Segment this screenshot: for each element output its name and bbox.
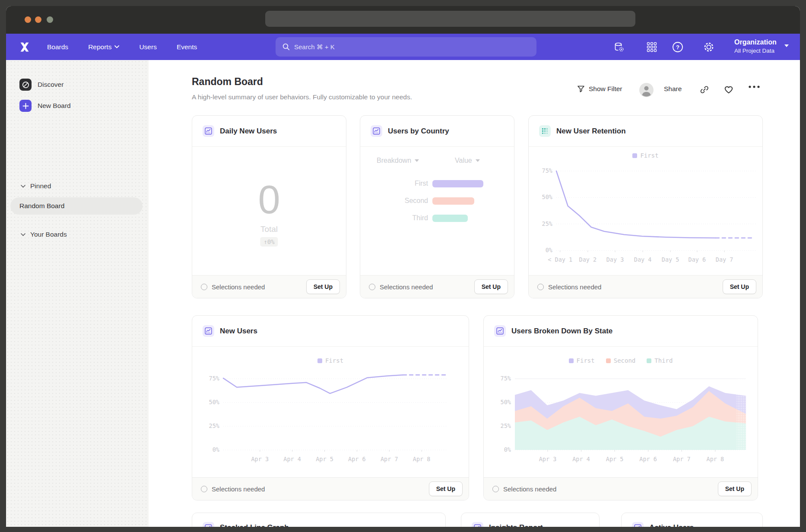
mixpanel-logo-icon[interactable] xyxy=(19,42,30,52)
page-title: Random Board xyxy=(192,76,263,88)
set-up-button[interactable]: Set Up xyxy=(474,279,508,294)
chart-icon xyxy=(472,522,483,527)
svg-text:Apr 5: Apr 5 xyxy=(606,456,624,462)
chart-legend: First xyxy=(192,357,469,364)
svg-text:25%: 25% xyxy=(209,422,219,429)
states-stacked-area-chart: 75%50%25%0%Apr 3Apr 4Apr 5Apr 6Apr 7Apr … xyxy=(494,367,753,470)
card-title: Users Broken Down By State xyxy=(511,327,612,336)
bar-label: Third xyxy=(371,214,428,222)
svg-text:Day 7: Day 7 xyxy=(716,256,733,263)
copy-link-button[interactable] xyxy=(700,85,709,94)
window-close-button[interactable] xyxy=(25,16,31,23)
top-navbar: Boards Reports Users Events Search ⌘ + K xyxy=(6,34,800,60)
window-minimize-button[interactable] xyxy=(35,16,41,23)
breakdown-dropdown[interactable]: Breakdown xyxy=(377,157,419,165)
status-text: Selections needed xyxy=(548,283,601,291)
legend-swatch-icon xyxy=(606,358,611,363)
pinned-label: Pinned xyxy=(30,182,51,190)
legend-item: First xyxy=(317,357,343,364)
plus-icon xyxy=(19,100,32,112)
sidebar: Discover New Board Pinned Random Board xyxy=(6,60,149,527)
org-name: Organization xyxy=(734,38,777,47)
svg-text:Day 2: Day 2 xyxy=(579,256,597,263)
set-up-button[interactable]: Set Up xyxy=(723,279,756,294)
sidebar-item-new-board[interactable]: New Board xyxy=(6,100,162,112)
nav-events[interactable]: Events xyxy=(177,43,197,51)
country-bar-row: Third xyxy=(371,214,468,222)
main-content: Random Board A high-level summary of use… xyxy=(149,60,800,527)
apps-grid-button[interactable] xyxy=(646,41,657,53)
status-text: Selections needed xyxy=(503,485,556,493)
set-up-button[interactable]: Set Up xyxy=(429,481,463,496)
card-title: Active Users xyxy=(649,523,694,527)
svg-text:0%: 0% xyxy=(213,446,219,453)
nav-boards[interactable]: Boards xyxy=(47,43,68,51)
nav-users[interactable]: Users xyxy=(139,43,156,51)
country-bar-row: Second xyxy=(371,197,474,205)
card-footer: Selections needed Set Up xyxy=(484,477,758,500)
card-footer: Selections needed Set Up xyxy=(192,477,469,500)
random-board-label: Random Board xyxy=(19,202,64,210)
more-options-button[interactable] xyxy=(748,85,760,89)
org-switcher[interactable]: Organization All Project Data xyxy=(734,38,777,55)
data-management-button[interactable] xyxy=(613,41,625,53)
favorite-button[interactable] xyxy=(724,85,733,94)
compass-icon xyxy=(19,79,32,91)
status-circle-icon xyxy=(201,284,207,290)
page-subtitle: A high-level summary of user behaviors. … xyxy=(192,93,412,101)
filter-icon xyxy=(577,85,585,93)
window-zoom-button[interactable] xyxy=(47,16,53,23)
card-title: Insights Report xyxy=(489,523,543,527)
svg-text:< Day 1: < Day 1 xyxy=(548,256,572,263)
chevron-down-icon xyxy=(476,159,480,162)
bar xyxy=(432,215,468,222)
svg-text:Apr 8: Apr 8 xyxy=(707,456,724,462)
chevron-down-icon xyxy=(21,185,25,188)
card-users-by-state: Users Broken Down By State FirstSecondTh… xyxy=(483,315,758,500)
card-title: Users by Country xyxy=(388,127,449,136)
legend-swatch-icon xyxy=(647,358,651,363)
sidebar-section-pinned[interactable]: Pinned xyxy=(6,180,163,192)
share-button[interactable]: Share xyxy=(664,85,682,93)
chevron-down-icon xyxy=(415,159,419,162)
discover-label: Discover xyxy=(38,81,63,89)
chart-icon xyxy=(632,522,644,527)
nav-reports[interactable]: Reports xyxy=(88,43,119,51)
status-text: Selections needed xyxy=(212,283,265,291)
sidebar-item-random-board[interactable]: Random Board xyxy=(10,197,143,215)
show-filter-button[interactable]: Show Filter xyxy=(577,85,622,93)
settings-button[interactable] xyxy=(703,41,714,53)
svg-text:Apr 6: Apr 6 xyxy=(348,456,366,462)
bar xyxy=(432,197,474,205)
svg-text:0%: 0% xyxy=(546,247,552,253)
chart-icon xyxy=(203,325,214,337)
search-input[interactable]: Search ⌘ + K xyxy=(276,37,536,57)
svg-text:?: ? xyxy=(676,44,679,51)
value-dropdown[interactable]: Value xyxy=(455,157,480,165)
svg-text:75%: 75% xyxy=(542,167,552,174)
status-circle-icon xyxy=(369,284,375,290)
help-button[interactable]: ? xyxy=(672,41,683,53)
avatar[interactable] xyxy=(639,83,654,97)
svg-text:50%: 50% xyxy=(501,399,511,405)
set-up-button[interactable]: Set Up xyxy=(718,481,752,496)
ellipsis-icon xyxy=(748,85,760,89)
delta-badge: ↑0% xyxy=(260,237,278,247)
svg-text:Apr 4: Apr 4 xyxy=(283,456,301,462)
svg-text:Day 4: Day 4 xyxy=(634,256,652,263)
card-users-by-country: Users by Country Breakdown Value FirstSe… xyxy=(360,115,514,298)
address-bar[interactable] xyxy=(265,11,635,27)
svg-text:0%: 0% xyxy=(504,446,511,453)
svg-text:Apr 7: Apr 7 xyxy=(673,456,691,462)
window-titlebar xyxy=(6,6,800,34)
svg-text:Day 3: Day 3 xyxy=(606,256,624,263)
set-up-button[interactable]: Set Up xyxy=(306,279,340,294)
card-new-users: New Users First 75%50%25%0%Apr 3Apr 4Apr… xyxy=(192,315,469,500)
browser-window: Boards Reports Users Events Search ⌘ + K xyxy=(6,6,800,527)
card-footer: Selections needed Set Up xyxy=(192,275,346,298)
sidebar-item-discover[interactable]: Discover xyxy=(6,79,162,91)
sidebar-section-your-boards[interactable]: Your Boards xyxy=(6,228,163,241)
retention-line-chart: 75%50%25%0%< Day 1Day 2Day 3Day 4Day 5Da… xyxy=(539,161,759,269)
card-new-user-retention: New User Retention First 75%50%25%0%< Da… xyxy=(528,115,763,298)
svg-text:75%: 75% xyxy=(209,375,219,382)
